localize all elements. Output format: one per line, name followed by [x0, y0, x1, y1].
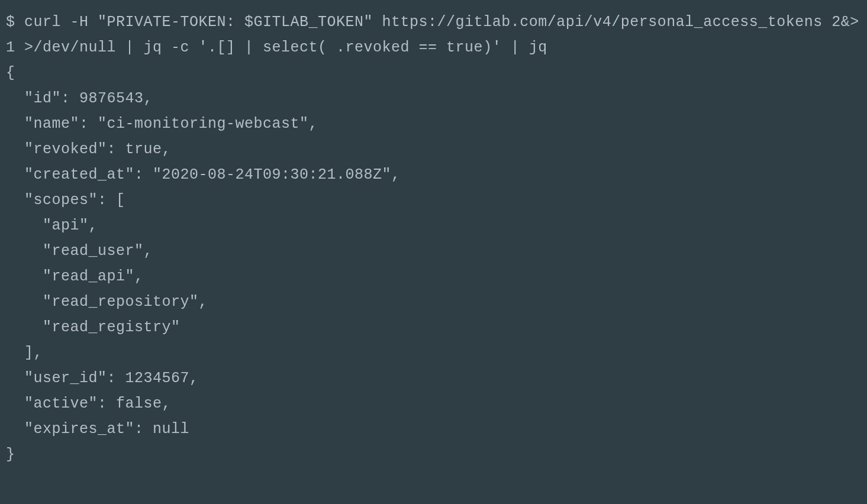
terminal-json-output: { "id": 9876543, "name": "ci-monitoring-…	[6, 64, 401, 463]
terminal-output: $ curl -H "PRIVATE-TOKEN: $GITLAB_TOKEN"…	[0, 0, 867, 473]
terminal-command-line: $ curl -H "PRIVATE-TOKEN: $GITLAB_TOKEN"…	[6, 14, 859, 56]
